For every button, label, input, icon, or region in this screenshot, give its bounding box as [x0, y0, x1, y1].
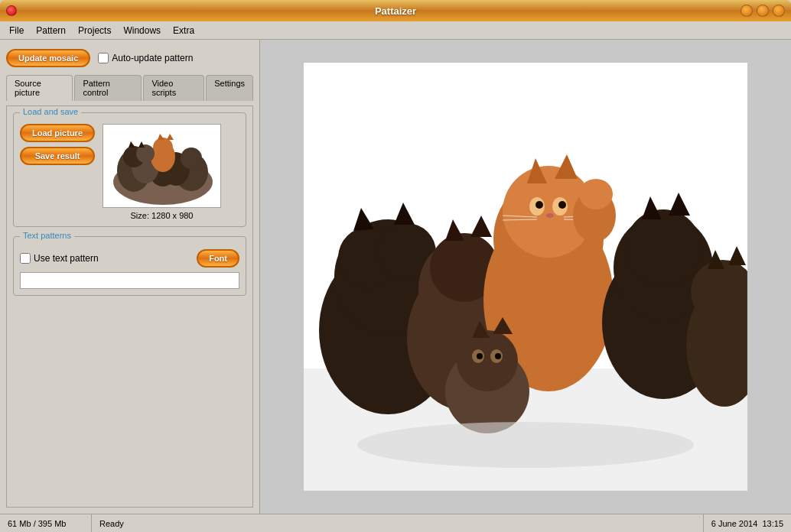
svg-point-38 [546, 213, 554, 218]
load-save-title: Load and save [20, 107, 81, 116]
svg-point-55 [457, 330, 518, 391]
menu-windows[interactable]: Windows [117, 24, 167, 37]
tab-source-picture[interactable]: Source picture [6, 75, 73, 101]
svg-point-61 [495, 353, 501, 359]
text-patterns-group: Text patterns Use text pattern Font [13, 236, 246, 296]
use-text-label[interactable]: Use text pattern [20, 253, 99, 264]
auto-update-checkbox[interactable] [98, 53, 109, 63]
btn-group: Load picture Save result [20, 124, 95, 165]
maximize-button[interactable] [757, 5, 769, 17]
thumbnail-container: Size: 1280 x 980 [103, 124, 221, 220]
toolbar: Update mosaic Auto-update pattern [6, 46, 253, 70]
text-pattern-input[interactable] [20, 272, 239, 289]
status-datetime: 6 June 2014 13:15 [704, 514, 791, 532]
window-title: Pattaizer [375, 5, 416, 17]
close-button[interactable] [6, 5, 17, 16]
font-row: Use text pattern Font [20, 249, 239, 268]
svg-point-36 [535, 201, 543, 209]
preview-area [260, 40, 791, 514]
svg-point-10 [181, 148, 202, 169]
status-memory: 61 Mb / 395 Mb [0, 514, 92, 532]
thumbnail-cats-svg [103, 125, 221, 208]
load-save-area: Load picture Save result [20, 124, 239, 220]
status-date: 6 June 2014 [711, 519, 758, 528]
load-picture-button[interactable]: Load picture [20, 124, 95, 142]
menu-projects[interactable]: Projects [72, 24, 117, 37]
right-panel [260, 40, 791, 514]
image-size-label: Size: 1280 x 980 [103, 211, 221, 220]
left-panel: Update mosaic Auto-update pattern Source… [0, 40, 260, 514]
status-ready: Ready [92, 514, 704, 532]
save-result-button[interactable]: Save result [20, 147, 95, 165]
menu-file[interactable]: File [3, 24, 30, 37]
preview-cats-svg [304, 63, 747, 491]
tab-content: Load and save Load picture Save result [6, 105, 253, 508]
font-button[interactable]: Font [197, 249, 239, 268]
svg-point-62 [357, 422, 694, 468]
use-text-checkbox[interactable] [20, 253, 31, 264]
status-bar: 61 Mb / 395 Mb Ready 6 June 2014 13:15 [0, 514, 791, 532]
svg-point-47 [625, 209, 701, 286]
tab-video-scripts[interactable]: Video scripts [143, 75, 204, 101]
tab-settings[interactable]: Settings [206, 75, 253, 101]
use-text-text: Use text pattern [34, 253, 99, 264]
status-time: 13:15 [762, 519, 783, 528]
menu-bar: File Pattern Projects Windows Extra [0, 21, 791, 40]
load-save-group: Load and save Load picture Save result [13, 112, 246, 227]
title-bar-right [741, 5, 785, 17]
svg-point-60 [477, 353, 483, 359]
tab-pattern-control[interactable]: Pattern control [74, 75, 142, 101]
minimize-button[interactable] [741, 5, 753, 17]
title-bar-left [6, 5, 17, 16]
menu-extra[interactable]: Extra [167, 24, 200, 37]
tab-bar: Source picture Pattern control Video scr… [6, 75, 253, 101]
title-bar: Pattaizer [0, 0, 791, 21]
close-icon-button[interactable] [773, 5, 785, 17]
auto-update-label[interactable]: Auto-update pattern [98, 53, 193, 63]
auto-update-text: Auto-update pattern [112, 53, 193, 63]
svg-point-9 [153, 138, 173, 157]
menu-pattern[interactable]: Pattern [30, 24, 72, 37]
image-thumbnail [103, 124, 221, 208]
svg-point-37 [558, 201, 566, 209]
main-container: Update mosaic Auto-update pattern Source… [0, 40, 791, 514]
text-patterns-title: Text patterns [20, 231, 74, 240]
update-mosaic-button[interactable]: Update mosaic [6, 49, 90, 67]
svg-point-44 [579, 179, 613, 209]
